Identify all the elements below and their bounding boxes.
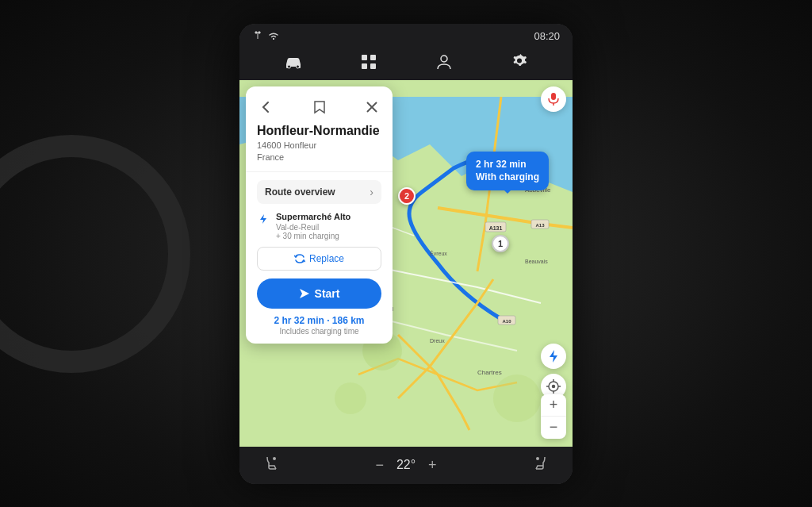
svg-point-9	[517, 58, 522, 63]
trip-summary: 2 hr 32 min · 186 km Includes charging t…	[257, 315, 381, 336]
car-nav-icon[interactable]	[282, 50, 305, 74]
panel-controls	[257, 98, 381, 117]
zoom-controls: + −	[541, 394, 566, 439]
navigation-icon	[299, 288, 310, 299]
voice-button[interactable]	[541, 86, 566, 112]
destination-address: 14600 Honfleur France	[257, 140, 381, 164]
temp-minus-button[interactable]: −	[375, 457, 384, 474]
svg-text:Beauvais: Beauvais	[525, 259, 548, 264]
svg-point-30	[493, 374, 541, 422]
replace-icon	[294, 253, 305, 264]
svg-point-8	[441, 56, 447, 62]
microphone-icon	[547, 92, 560, 106]
car-background: 08:20	[0, 0, 812, 507]
route-section: Route overview › Supermarché Alto	[246, 172, 393, 343]
person-nav-icon[interactable]	[432, 50, 456, 74]
map-marker-2: 2	[398, 187, 416, 205]
seat-left-icon[interactable]	[263, 455, 281, 476]
replace-button[interactable]: Replace	[257, 247, 381, 271]
svg-rect-0	[258, 32, 259, 39]
svg-rect-7	[370, 63, 376, 69]
destination-name: Honfleur-Normandie	[257, 123, 381, 138]
svg-rect-4	[362, 55, 367, 60]
route-tooltip: 2 hr 32 min With charging	[466, 152, 549, 191]
waypoint-text: Supermarché Alto Val-de-Reuil + 30 min c…	[276, 212, 381, 240]
status-icons	[252, 31, 280, 40]
chevron-right-icon: ›	[370, 186, 373, 198]
svg-text:A10: A10	[502, 319, 511, 324]
svg-point-3	[296, 65, 299, 68]
flash-icon	[547, 349, 560, 363]
back-button[interactable]	[257, 98, 276, 117]
marker-circle-2: 2	[398, 187, 416, 205]
wifi-icon	[267, 31, 280, 40]
svg-point-29	[335, 382, 366, 414]
temperature-display: 22°	[396, 458, 416, 472]
location-icon	[546, 379, 561, 394]
svg-text:Dreux: Dreux	[430, 338, 445, 344]
svg-rect-33	[551, 93, 556, 100]
grid-nav-icon[interactable]	[357, 50, 381, 74]
route-overview-button[interactable]: Route overview ›	[257, 180, 381, 204]
svg-text:Chartres: Chartres	[477, 369, 502, 376]
svg-point-2	[287, 65, 290, 68]
bottom-bar: − 22° +	[239, 447, 573, 484]
flash-button[interactable]	[541, 344, 566, 369]
waypoints-list: Supermarché Alto Val-de-Reuil + 30 min c…	[257, 212, 381, 240]
start-button[interactable]: Start	[257, 278, 381, 309]
svg-point-1	[273, 38, 274, 40]
route-panel: Honfleur-Normandie 14600 Honfleur France…	[246, 86, 393, 344]
seat-right-icon[interactable]	[531, 455, 549, 476]
settings-nav-icon[interactable]	[508, 50, 531, 74]
main-content: A131 A29 A13 A10 Le Havre Lisieux Évreux…	[239, 80, 573, 447]
temp-plus-button[interactable]: +	[428, 457, 437, 474]
status-time: 08:20	[534, 30, 560, 42]
marker-circle-1: 1	[492, 235, 509, 252]
map-marker-1: 1	[492, 235, 509, 252]
steering-wheel	[0, 135, 190, 373]
waypoint-item: Supermarché Alto Val-de-Reuil + 30 min c…	[257, 212, 381, 240]
destination-header: Honfleur-Normandie 14600 Honfleur France	[246, 86, 393, 173]
svg-point-41	[273, 457, 276, 460]
lightning-icon	[257, 213, 270, 225]
svg-text:A13: A13	[535, 223, 545, 228]
svg-point-42	[536, 457, 539, 460]
tablet-frame: 08:20	[239, 24, 573, 484]
svg-rect-6	[362, 63, 367, 69]
temperature-control: − 22° +	[375, 457, 436, 474]
svg-rect-5	[370, 55, 376, 60]
status-bar: 08:20	[239, 24, 573, 45]
svg-text:A131: A131	[489, 225, 503, 231]
map-controls	[541, 344, 566, 399]
svg-text:Évreux: Évreux	[430, 250, 447, 256]
signal-icon	[252, 31, 263, 40]
close-button[interactable]	[362, 98, 381, 117]
zoom-out-button[interactable]: −	[541, 417, 566, 439]
bookmark-button[interactable]	[310, 98, 329, 117]
zoom-in-button[interactable]: +	[541, 394, 566, 417]
charging-info: + 30 min charging	[276, 232, 381, 240]
svg-point-36	[553, 385, 555, 387]
nav-bar	[239, 45, 573, 80]
